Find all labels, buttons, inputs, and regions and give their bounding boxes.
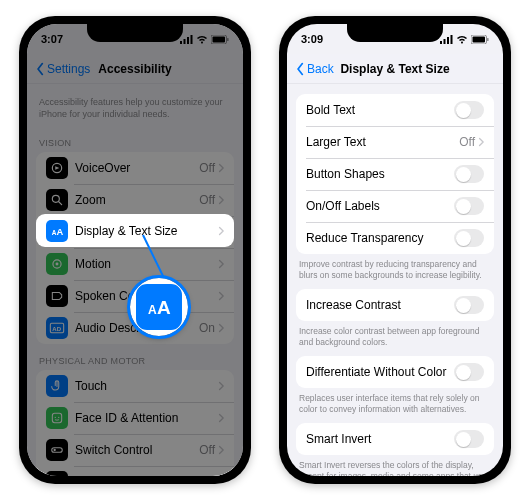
svg-rect-5 xyxy=(213,36,226,42)
settings-group: Differentiate Without Color xyxy=(296,356,494,388)
section-header: PHYSICAL AND MOTOR xyxy=(27,344,243,370)
notch xyxy=(87,24,183,42)
motion-icon xyxy=(46,253,68,275)
back-label: Settings xyxy=(47,62,90,76)
chevron-right-icon xyxy=(218,445,224,455)
settings-row[interactable]: Touch xyxy=(36,370,234,402)
notch xyxy=(347,24,443,42)
row-label: Bold Text xyxy=(306,103,454,117)
toggle-switch[interactable] xyxy=(454,363,484,381)
phone-left: 3:07 Settings Accessibility Accessibilit… xyxy=(19,16,251,484)
toggle-switch[interactable] xyxy=(454,101,484,119)
chevron-right-icon xyxy=(218,195,224,205)
section-header: VISION xyxy=(27,126,243,152)
chevron-right-icon xyxy=(218,381,224,391)
svg-rect-34 xyxy=(444,39,446,44)
back-label: Back xyxy=(307,62,334,76)
settings-row[interactable]: Button Shapes xyxy=(296,158,494,190)
row-value: On xyxy=(199,321,215,335)
scroll-area[interactable]: Bold TextLarger TextOffButton ShapesOn/O… xyxy=(287,84,503,476)
section-footer: Replaces user interface items that rely … xyxy=(287,388,503,423)
switch-control-icon xyxy=(46,439,68,461)
row-value: Off xyxy=(199,443,215,457)
toggle-switch[interactable] xyxy=(454,296,484,314)
row-label: Reduce Transparency xyxy=(306,231,454,245)
settings-row[interactable]: Larger TextOff xyxy=(296,126,494,158)
wifi-icon xyxy=(456,35,468,44)
voice-control-icon xyxy=(46,471,68,476)
wifi-icon xyxy=(196,35,208,44)
settings-row[interactable]: Face ID & Attention xyxy=(36,402,234,434)
callout-bubble: AA xyxy=(130,278,188,336)
chevron-right-icon xyxy=(218,291,224,301)
svg-text:A: A xyxy=(56,226,63,236)
audio-descriptions-icon: AD xyxy=(46,317,68,339)
section-footer: Smart Invert reverses the colors of the … xyxy=(287,455,503,476)
settings-row[interactable]: Differentiate Without Color xyxy=(296,356,494,388)
content: Bold TextLarger TextOffButton ShapesOn/O… xyxy=(287,88,503,476)
svg-rect-2 xyxy=(187,37,189,44)
faceid-icon xyxy=(46,407,68,429)
chevron-right-icon xyxy=(218,259,224,269)
nav-bar: Settings Accessibility xyxy=(27,54,243,84)
row-label: Larger Text xyxy=(306,135,459,149)
status-time: 3:09 xyxy=(301,33,323,45)
toggle-switch[interactable] xyxy=(454,197,484,215)
chevron-left-icon xyxy=(295,62,305,76)
row-label: VoiceOver xyxy=(75,161,199,175)
battery-icon xyxy=(211,35,229,44)
row-label: Differentiate Without Color xyxy=(306,365,454,379)
back-button[interactable]: Back xyxy=(295,62,334,76)
settings-row[interactable]: Increase Contrast xyxy=(296,289,494,321)
row-value: Off xyxy=(199,193,215,207)
svg-point-12 xyxy=(56,263,59,266)
highlight-display-text-size[interactable]: AA Display & Text Size xyxy=(36,214,234,247)
row-label: Motion xyxy=(75,257,218,271)
row-label: Voice Control xyxy=(75,475,199,476)
scroll-area[interactable]: Accessibility features help you customiz… xyxy=(27,84,243,476)
svg-rect-39 xyxy=(487,38,488,41)
settings-group: Smart Invert xyxy=(296,423,494,455)
status-icons xyxy=(180,35,229,44)
settings-row[interactable]: Reduce Transparency xyxy=(296,222,494,254)
settings-row[interactable]: Motion xyxy=(36,248,234,280)
text-size-icon: AA xyxy=(46,220,68,242)
svg-rect-15 xyxy=(52,414,61,423)
settings-row[interactable]: On/Off Labels xyxy=(296,190,494,222)
row-value: Off xyxy=(459,135,475,149)
settings-group: Increase Contrast xyxy=(296,289,494,321)
chevron-right-icon xyxy=(218,163,224,173)
back-button[interactable]: Settings xyxy=(35,62,90,76)
row-label: Zoom xyxy=(75,193,199,207)
svg-rect-6 xyxy=(227,38,228,41)
settings-group: Bold TextLarger TextOffButton ShapesOn/O… xyxy=(296,94,494,254)
intro-text: Accessibility features help you customiz… xyxy=(27,84,243,126)
settings-row[interactable]: Voice ControlOff xyxy=(36,466,234,476)
svg-rect-1 xyxy=(184,39,186,44)
toggle-switch[interactable] xyxy=(454,229,484,247)
zoom-icon xyxy=(46,189,68,211)
settings-row[interactable]: ZoomOff xyxy=(36,184,234,216)
screen-right: 3:09 Back Display & Text Size Bold TextL… xyxy=(287,24,503,476)
toggle-switch[interactable] xyxy=(454,430,484,448)
row-label: Increase Contrast xyxy=(306,298,454,312)
svg-rect-18 xyxy=(52,448,63,453)
toggle-switch[interactable] xyxy=(454,165,484,183)
chevron-right-icon xyxy=(478,137,484,147)
row-label: Touch xyxy=(75,379,218,393)
settings-row[interactable]: Smart Invert xyxy=(296,423,494,455)
settings-row[interactable]: VoiceOverOff xyxy=(36,152,234,184)
section-footer: Increase color contrast between app fore… xyxy=(287,321,503,356)
signal-icon xyxy=(440,35,453,44)
spoken-content-icon xyxy=(46,285,68,307)
settings-row[interactable]: Switch ControlOff xyxy=(36,434,234,466)
settings-group: TouchFace ID & AttentionSwitch ControlOf… xyxy=(36,370,234,476)
row-label: Face ID & Attention xyxy=(75,411,218,425)
row-label: Smart Invert xyxy=(306,432,454,446)
screen-left: 3:07 Settings Accessibility Accessibilit… xyxy=(27,24,243,476)
svg-point-16 xyxy=(55,417,56,418)
settings-row[interactable]: Bold Text xyxy=(296,94,494,126)
svg-point-8 xyxy=(52,196,59,203)
svg-rect-36 xyxy=(451,35,453,44)
signal-icon xyxy=(180,35,193,44)
